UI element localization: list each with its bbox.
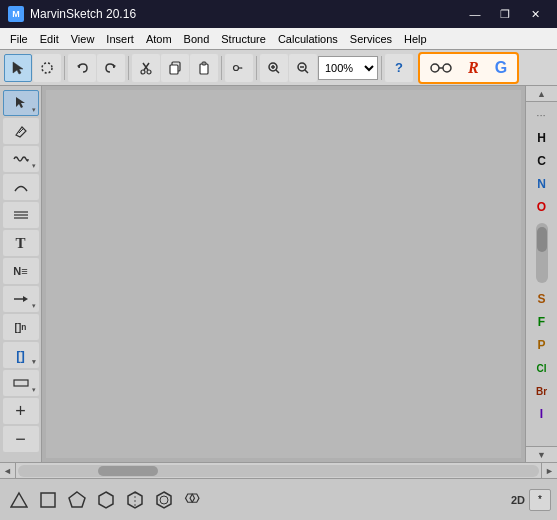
lt-select-button[interactable]: ▾	[3, 90, 39, 116]
right-element-Br[interactable]: Br	[528, 380, 556, 402]
copy-button[interactable]	[161, 54, 189, 82]
horizontal-scrollbar: ◄ ►	[0, 462, 557, 478]
menu-structure[interactable]: Structure	[215, 28, 272, 49]
lt-erase-button[interactable]	[3, 118, 39, 144]
svg-line-15	[276, 70, 279, 73]
redo-button[interactable]	[97, 54, 125, 82]
select-tool-button[interactable]	[4, 54, 32, 82]
toolbar-separator-3	[221, 56, 222, 80]
lt-arrow-arrow: ▾	[32, 302, 36, 310]
right-element-F[interactable]: F	[528, 311, 556, 333]
svg-point-20	[443, 64, 451, 72]
pentagon-shape-button[interactable]	[64, 487, 90, 513]
lt-text-button[interactable]: T	[3, 230, 39, 256]
zoom-select[interactable]: 100% 50% 75% 150% 200%	[318, 56, 378, 80]
svg-point-5	[147, 70, 151, 74]
benzene-shape-button[interactable]	[151, 487, 177, 513]
menu-services[interactable]: Services	[344, 28, 398, 49]
zoom-in-button[interactable]	[260, 54, 288, 82]
svg-line-18	[305, 70, 308, 73]
help-button[interactable]: ?	[385, 54, 413, 82]
app-icon-letter: M	[12, 9, 20, 19]
zoom-out-button[interactable]	[289, 54, 317, 82]
lt-numbered-button[interactable]: N≡	[3, 258, 39, 284]
right-element-O[interactable]: O	[528, 196, 556, 218]
menu-view[interactable]: View	[65, 28, 101, 49]
menu-calculations[interactable]: Calculations	[272, 28, 344, 49]
right-element-C[interactable]: C	[528, 150, 556, 172]
h-scroll-left-button[interactable]: ◄	[0, 463, 16, 478]
right-scroll-down-button[interactable]: ▼	[526, 446, 557, 462]
paste-button[interactable]	[190, 54, 218, 82]
svg-rect-31	[41, 493, 55, 507]
h-scroll-thumb[interactable]	[98, 466, 158, 476]
lt-rect-arrow: ▾	[32, 386, 36, 394]
menu-atom[interactable]: Atom	[140, 28, 178, 49]
right-elements-list: ··· H C N O S F P Cl Br I	[528, 102, 556, 446]
lt-arc-button[interactable]	[3, 174, 39, 200]
lt-bracket-arrow: ▾	[32, 358, 36, 366]
right-element-H[interactable]: H	[528, 127, 556, 149]
svg-rect-29	[14, 380, 28, 386]
right-scroll-up-button[interactable]: ▲	[526, 86, 557, 102]
right-scrollbar-thumb[interactable]	[537, 227, 547, 252]
menu-file[interactable]: File	[4, 28, 34, 49]
svg-rect-7	[170, 65, 178, 74]
menu-edit[interactable]: Edit	[34, 28, 65, 49]
triangle-shape-button[interactable]	[6, 487, 32, 513]
svg-rect-9	[202, 62, 206, 65]
lt-minus-button[interactable]: −	[3, 426, 39, 452]
right-element-S[interactable]: S	[528, 288, 556, 310]
glasses-search-button[interactable]	[423, 55, 459, 81]
left-toolbar: ▾ ▾ T N≡ ▾ [	[0, 86, 42, 462]
toolbar-separator-5	[381, 56, 382, 80]
close-button[interactable]: ✕	[521, 4, 549, 24]
cut-button[interactable]	[132, 54, 160, 82]
svg-marker-36	[157, 492, 171, 508]
lt-plus-button[interactable]: +	[3, 398, 39, 424]
structure-tool-button[interactable]	[225, 54, 253, 82]
maximize-button[interactable]: ❐	[491, 4, 519, 24]
svg-marker-32	[69, 492, 85, 507]
lt-hatch-button[interactable]	[3, 202, 39, 228]
minimize-button[interactable]: —	[461, 4, 489, 24]
lt-rect-button[interactable]: ▾	[3, 370, 39, 396]
canvas-area[interactable]	[42, 86, 525, 462]
right-element-N[interactable]: N	[528, 173, 556, 195]
hexagon-shape-button[interactable]	[93, 487, 119, 513]
lt-bracket-n-button[interactable]: []n	[3, 314, 39, 340]
double-ring-shape-button[interactable]	[180, 487, 206, 513]
google-search-button[interactable]: G	[488, 55, 514, 81]
toolbar-separator-2	[128, 56, 129, 80]
lt-bracket-button[interactable]: [] ▾	[3, 342, 39, 368]
title-text: MarvinSketch 20.16	[30, 7, 136, 21]
google-g-icon: G	[495, 59, 507, 77]
menu-help[interactable]: Help	[398, 28, 433, 49]
svg-point-19	[431, 64, 439, 72]
square-shape-button[interactable]	[35, 487, 61, 513]
right-element-I[interactable]: I	[528, 403, 556, 425]
right-element-P[interactable]: P	[528, 334, 556, 356]
svg-point-37	[160, 496, 168, 504]
hexagon-outline-shape-button[interactable]	[122, 487, 148, 513]
r-search-button[interactable]: R	[461, 55, 486, 81]
svg-point-4	[141, 70, 145, 74]
right-scrollbar-track[interactable]	[536, 223, 548, 283]
lt-wave-button[interactable]: ▾	[3, 146, 39, 172]
toolbar: 100% 50% 75% 150% 200% ? R G	[0, 50, 557, 86]
search-tools-panel: R G	[418, 52, 519, 84]
h-scroll-track[interactable]	[18, 465, 539, 477]
menu-insert[interactable]: Insert	[100, 28, 140, 49]
right-element-Cl[interactable]: Cl	[528, 357, 556, 379]
view-2d-label: 2D	[511, 494, 525, 506]
right-dots-top: ···	[528, 104, 556, 126]
stereo-button[interactable]: *	[529, 489, 551, 511]
undo-button[interactable]	[68, 54, 96, 82]
lasso-tool-button[interactable]	[33, 54, 61, 82]
h-scroll-right-button[interactable]: ►	[541, 463, 557, 478]
menu-bond[interactable]: Bond	[178, 28, 216, 49]
lt-wave-arrow: ▾	[32, 162, 36, 170]
lt-arrow-button[interactable]: ▾	[3, 286, 39, 312]
title-bar-left: M MarvinSketch 20.16	[8, 6, 136, 22]
title-bar: M MarvinSketch 20.16 — ❐ ✕	[0, 0, 557, 28]
